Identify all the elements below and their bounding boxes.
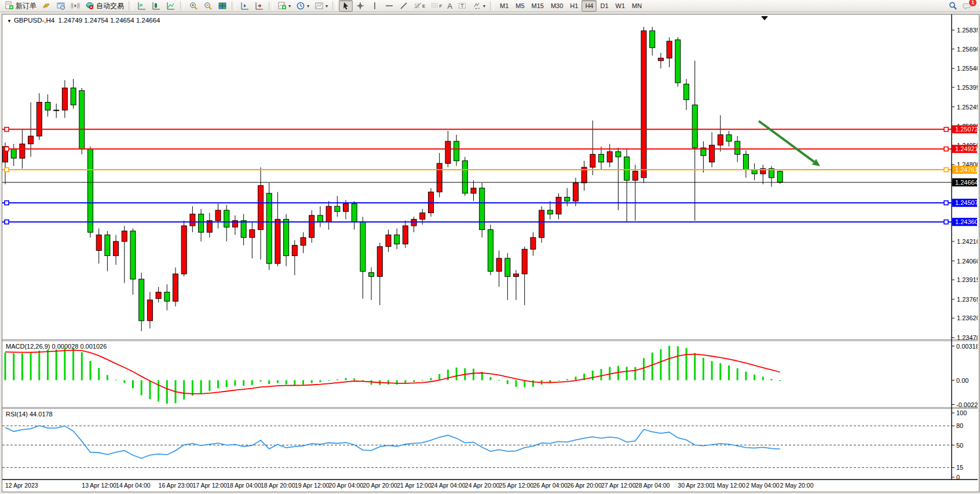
tf-m5[interactable]: M5 — [512, 0, 528, 12]
svg-text:1.23915: 1.23915 — [957, 276, 978, 283]
data-window-button[interactable] — [54, 0, 68, 12]
tile-windows-button[interactable] — [215, 0, 229, 12]
tf-m15[interactable]: M15 — [528, 0, 547, 12]
svg-text:1.24360: 1.24360 — [955, 218, 978, 225]
templates-button[interactable]: ▾ — [312, 0, 330, 12]
line-chart-button[interactable] — [164, 0, 178, 12]
label-tool-button[interactable]: T — [455, 0, 469, 12]
notifications-button[interactable]: 1 — [960, 0, 974, 12]
text-tool-button[interactable]: A — [445, 0, 455, 12]
fibonacci-glyph: E — [422, 3, 425, 9]
separator — [332, 1, 337, 10]
tf-h4[interactable]: H4 — [582, 0, 597, 12]
templates-icon — [315, 1, 324, 10]
svg-text:1.24921: 1.24921 — [955, 145, 978, 152]
chart-shift-button[interactable] — [253, 0, 266, 12]
rsi-indicator-label: RSI(14) 44.0178 — [6, 411, 53, 418]
separator — [180, 1, 184, 10]
svg-text:18 Apr 04:00: 18 Apr 04:00 — [226, 482, 261, 489]
candle-chart-button[interactable] — [149, 0, 163, 12]
svg-text:1.25395: 1.25395 — [957, 84, 978, 91]
chart-title-symbol: GBPUSD-,H4 — [14, 17, 54, 24]
toolbar: 新订单 自动交易 ▾ ▾ — [0, 0, 980, 12]
cursor-tool-button[interactable] — [339, 0, 353, 12]
chart-title-ohlc: 1.24749 1.24754 1.24654 1.24664 — [58, 17, 160, 24]
crosshair-tool-button[interactable] — [353, 0, 367, 12]
svg-text:80: 80 — [956, 422, 963, 429]
chart-window[interactable]: ▼GBPUSD-,H4 1.24749 1.24754 1.24654 1.24… — [2, 14, 979, 492]
tf-mn[interactable]: MN — [628, 0, 645, 12]
svg-text:13 Apr 12:00: 13 Apr 12:00 — [82, 482, 116, 489]
tf-w1[interactable]: W1 — [612, 0, 629, 12]
indicators-icon — [277, 1, 287, 10]
search-icon — [948, 1, 957, 10]
tf-m30[interactable]: M30 — [547, 0, 566, 12]
time-axis[interactable]: 12 Apr 202313 Apr 12:0014 Apr 04:0016 Ap… — [5, 482, 814, 489]
tf-d1[interactable]: D1 — [597, 0, 612, 12]
mt4-window: { "toolbar": { "new_order_label": "新订单",… — [0, 0, 980, 494]
separator — [232, 1, 236, 10]
line-chart-icon — [166, 1, 175, 10]
notification-badge: 1 — [968, 0, 977, 7]
navigator-button[interactable] — [68, 0, 82, 12]
svg-text:2 May 04:00: 2 May 04:00 — [746, 482, 780, 489]
zoom-in-button[interactable] — [187, 0, 200, 12]
svg-text:-0.00226: -0.00226 — [956, 401, 978, 408]
new-order-label: 新订单 — [16, 1, 36, 11]
fibonacci-tool-button[interactable]: E — [411, 0, 427, 12]
hline-tool-button[interactable] — [382, 0, 396, 12]
svg-text:2 May 20:00: 2 May 20:00 — [780, 482, 814, 489]
zoom-out-button[interactable] — [201, 0, 215, 12]
timeframe-group: M1 M5 M15 M30 H1 H4 D1 W1 MN — [496, 0, 645, 12]
svg-text:0.003181: 0.003181 — [956, 343, 978, 350]
periods-clock-icon — [296, 1, 305, 10]
fibonacci-icon — [414, 1, 423, 10]
svg-text:30 Apr 23:00: 30 Apr 23:00 — [678, 482, 712, 489]
svg-text:17 Apr 12:00: 17 Apr 12:00 — [192, 482, 227, 489]
svg-text:25 Apr 12:00: 25 Apr 12:00 — [499, 482, 534, 489]
svg-text:20 Apr 20:00: 20 Apr 20:00 — [363, 482, 397, 489]
svg-text:26 Apr 04:00: 26 Apr 04:00 — [533, 482, 568, 489]
vline-tool-button[interactable] — [368, 0, 382, 12]
label-tool-icon: T — [458, 1, 467, 10]
svg-text:1.24060: 1.24060 — [957, 258, 978, 265]
tf-h1[interactable]: H1 — [566, 0, 582, 12]
svg-text:18 Apr 20:00: 18 Apr 20:00 — [261, 482, 295, 489]
data-window-icon — [56, 1, 65, 10]
channel-icon — [430, 1, 440, 10]
svg-text:1.24507: 1.24507 — [955, 199, 978, 206]
svg-text:1.24210: 1.24210 — [957, 238, 978, 245]
svg-text:1.24761: 1.24761 — [955, 166, 978, 173]
svg-text:1.24664: 1.24664 — [955, 179, 978, 186]
bar-chart-button[interactable] — [135, 0, 149, 12]
collapse-triangle-icon[interactable]: ▼ — [7, 19, 12, 24]
dropdown-caret: ▾ — [326, 3, 328, 9]
svg-text:T: T — [460, 3, 464, 9]
auto-scroll-button[interactable] — [238, 0, 252, 12]
tile-windows-icon — [218, 1, 227, 10]
channel-tool-button[interactable]: F — [428, 0, 444, 12]
svg-text:1.25540: 1.25540 — [957, 65, 978, 72]
svg-text:0.00: 0.00 — [956, 377, 968, 384]
svg-text:12 Apr 2023: 12 Apr 2023 — [5, 482, 38, 489]
chart-title: ▼GBPUSD-,H4 1.24749 1.24754 1.24654 1.24… — [7, 17, 160, 24]
tf-m1[interactable]: M1 — [496, 0, 512, 12]
dropdown-caret: ▾ — [288, 3, 291, 9]
channel-glyph: F — [439, 3, 442, 9]
periods-button[interactable]: ▾ — [294, 0, 312, 12]
market-watch-button[interactable] — [39, 0, 53, 12]
indicators-button[interactable]: ▾ — [275, 0, 293, 12]
svg-text:50: 50 — [956, 442, 963, 449]
dropdown-caret: ▾ — [307, 3, 309, 9]
auto-trading-button[interactable]: 自动交易 — [83, 0, 126, 12]
zoom-in-icon — [189, 1, 198, 10]
arrows-tool-button[interactable]: ▾ — [470, 0, 488, 12]
svg-text:26 Apr 20:00: 26 Apr 20:00 — [567, 482, 602, 489]
trendline-tool-button[interactable] — [397, 0, 411, 12]
separator — [490, 1, 494, 10]
search-button[interactable] — [946, 0, 960, 12]
dropdown-caret: ▾ — [483, 3, 485, 9]
candlestick-chart[interactable]: 0.0031810.00-0.0022610080501501.258351.2… — [2, 14, 978, 491]
svg-text:1.23620: 1.23620 — [957, 314, 978, 321]
new-order-button[interactable]: 新订单 — [2, 0, 39, 12]
